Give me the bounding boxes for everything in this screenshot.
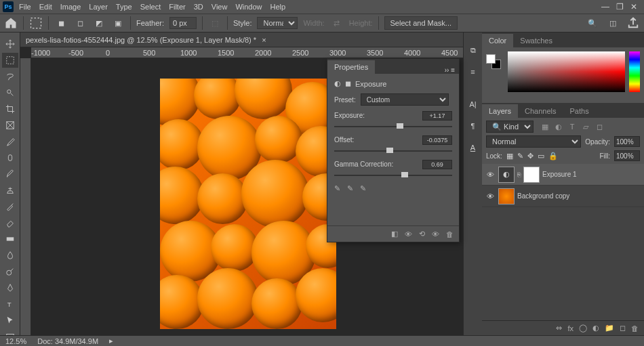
new-adjustment-icon[interactable]: ◐ xyxy=(592,324,599,332)
quick-select-tool[interactable] xyxy=(2,85,18,100)
pen-tool[interactable] xyxy=(2,280,18,295)
tab-channels[interactable]: Channels xyxy=(518,104,563,118)
new-group-icon[interactable]: 📁 xyxy=(605,324,614,332)
workspace-icon[interactable]: ◫ xyxy=(606,16,620,30)
menu-3d[interactable]: 3D xyxy=(194,3,203,11)
paragraph-panel-icon[interactable]: ¶ xyxy=(466,116,481,135)
panel-collapse-icon[interactable]: ›› ≡ xyxy=(445,66,455,74)
layer-name[interactable]: Background copy xyxy=(517,192,569,200)
menu-type[interactable]: Type xyxy=(116,3,132,11)
layer-style-icon[interactable]: fx xyxy=(567,324,573,332)
tab-color[interactable]: Color xyxy=(482,34,513,47)
layer-row[interactable]: 👁 Background copy xyxy=(482,186,644,207)
offset-slider[interactable] xyxy=(334,150,452,152)
type-tool[interactable]: T xyxy=(2,297,18,311)
color-spectrum[interactable] xyxy=(508,51,625,92)
lock-image-icon[interactable]: ✎ xyxy=(517,152,523,160)
visibility-toggle-icon[interactable]: 👁 xyxy=(485,192,496,200)
eraser-tool[interactable] xyxy=(2,215,18,230)
tab-close-icon[interactable]: × xyxy=(262,36,266,44)
exposure-value[interactable]: +1.17 xyxy=(422,111,452,121)
menu-image[interactable]: Image xyxy=(60,3,81,11)
add-mask-icon[interactable]: ◯ xyxy=(579,324,587,332)
doc-size[interactable]: Doc: 34.9M/34.9M xyxy=(37,337,98,345)
lock-position-icon[interactable]: ✥ xyxy=(527,152,534,160)
foreground-background-swatch[interactable] xyxy=(486,54,501,69)
lock-artboard-icon[interactable]: ▭ xyxy=(538,152,544,160)
reset-icon[interactable]: ⟲ xyxy=(419,230,425,238)
adjustments-panel-icon[interactable]: ≡ xyxy=(466,62,481,81)
move-tool[interactable] xyxy=(2,37,18,51)
gamma-slider[interactable] xyxy=(334,175,452,176)
new-layer-icon[interactable]: ◻ xyxy=(620,324,626,332)
lasso-tool[interactable] xyxy=(2,69,18,84)
delete-layer-icon[interactable]: 🗑 xyxy=(631,324,639,332)
select-and-mask-button[interactable]: Select and Mask... xyxy=(384,16,458,30)
eyedropper-tool[interactable] xyxy=(2,134,18,149)
brush-tool[interactable] xyxy=(2,167,18,181)
tab-swatches[interactable]: Swatches xyxy=(513,34,559,47)
healing-tool[interactable] xyxy=(2,150,18,165)
menu-window[interactable]: Window xyxy=(235,3,262,11)
preset-select[interactable]: Custom xyxy=(361,93,449,106)
marquee-tool-icon[interactable] xyxy=(29,16,43,30)
selection-add-icon[interactable]: ◻ xyxy=(73,16,87,30)
history-panel-icon[interactable]: ⧉ xyxy=(466,41,481,60)
home-icon[interactable] xyxy=(4,16,18,30)
menu-view[interactable]: View xyxy=(212,3,228,11)
blur-tool[interactable] xyxy=(2,248,18,263)
tab-properties[interactable]: Properties xyxy=(327,60,375,74)
blend-mode-select[interactable]: Normal xyxy=(486,135,581,148)
restore-icon[interactable]: ❐ xyxy=(616,2,624,12)
selection-intersect-icon[interactable]: ▣ xyxy=(111,16,125,30)
tab-layers[interactable]: Layers xyxy=(482,104,518,118)
hue-slider[interactable] xyxy=(629,51,640,92)
offset-value[interactable]: -0.0375 xyxy=(422,135,452,145)
dodge-tool[interactable] xyxy=(2,264,18,279)
fill-input[interactable] xyxy=(614,150,640,161)
close-icon[interactable]: ✕ xyxy=(630,2,637,12)
filter-smart-icon[interactable]: ◻ xyxy=(595,122,604,131)
zoom-level[interactable]: 12.5% xyxy=(5,337,26,345)
selection-subtract-icon[interactable]: ◩ xyxy=(92,16,106,30)
tab-paths[interactable]: Paths xyxy=(563,104,596,118)
path-select-tool[interactable] xyxy=(2,313,18,328)
menu-file[interactable]: File xyxy=(19,3,31,11)
mask-thumb[interactable] xyxy=(523,167,540,183)
filter-shape-icon[interactable]: ▱ xyxy=(581,122,590,131)
character-panel-icon[interactable]: A| xyxy=(466,95,481,114)
feather-input[interactable] xyxy=(169,17,197,29)
sample-black-icon[interactable]: ✎ xyxy=(334,184,340,193)
gradient-tool[interactable] xyxy=(2,232,18,246)
menu-edit[interactable]: Edit xyxy=(39,3,52,11)
glyphs-panel-icon[interactable]: A xyxy=(466,138,481,157)
clip-layer-icon[interactable]: ◧ xyxy=(391,230,398,238)
filter-type-icon[interactable]: T xyxy=(567,122,577,131)
filter-adjust-icon[interactable]: ◐ xyxy=(554,122,563,131)
sample-gray-icon[interactable]: ✎ xyxy=(347,184,353,193)
layer-filter-select[interactable]: 🔍 Kind xyxy=(486,121,534,133)
visibility-toggle-icon[interactable]: 👁 xyxy=(485,171,496,179)
document-tab[interactable]: pexels-lisa-fotios-4552444.jpg @ 12.5% (… xyxy=(20,33,481,47)
layer-name[interactable]: Exposure 1 xyxy=(542,171,577,178)
style-select[interactable]: Normal xyxy=(257,17,298,29)
clone-stamp-tool[interactable] xyxy=(2,183,18,198)
search-icon[interactable]: 🔍 xyxy=(586,16,599,30)
delete-adjustment-icon[interactable]: 🗑 xyxy=(446,230,454,238)
frame-tool[interactable] xyxy=(2,118,18,133)
menu-layer[interactable]: Layer xyxy=(89,3,108,11)
marquee-tool[interactable] xyxy=(2,53,18,68)
selection-new-icon[interactable]: ◼ xyxy=(54,16,68,30)
minimize-icon[interactable]: — xyxy=(601,2,609,12)
layer-row[interactable]: 👁 ◐ ⎘ Exposure 1 xyxy=(482,164,644,186)
exposure-slider[interactable] xyxy=(334,126,452,127)
filter-pixel-icon[interactable]: ▦ xyxy=(540,122,550,131)
menu-help[interactable]: Help xyxy=(270,3,286,11)
opacity-input[interactable] xyxy=(614,136,640,147)
crop-tool[interactable] xyxy=(2,102,18,116)
lock-all-icon[interactable]: 🔒 xyxy=(548,152,558,160)
status-chevron-icon[interactable]: ▸ xyxy=(109,337,113,345)
share-icon[interactable] xyxy=(626,16,640,30)
menu-filter[interactable]: Filter xyxy=(169,3,185,11)
gamma-value[interactable]: 0.69 xyxy=(422,160,452,169)
